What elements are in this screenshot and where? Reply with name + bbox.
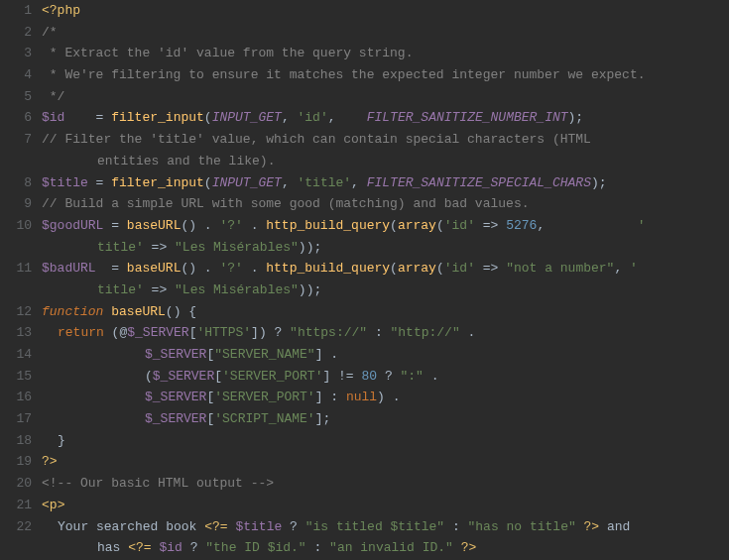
code-token: "SERVER_NAME" [214, 347, 314, 362]
line-number: 18 [0, 430, 32, 452]
code-line[interactable]: $title = filter_input(INPUT_GET, 'title'… [42, 172, 729, 194]
code-token: ":" [401, 369, 424, 384]
line-number: 10 [0, 215, 32, 237]
code-token: . [243, 261, 266, 276]
code-line[interactable]: // Filter the 'title' value, which can c… [42, 129, 729, 151]
code-token: $title [42, 175, 88, 190]
line-number: 7 [0, 129, 32, 151]
line-number: 1 [0, 0, 32, 22]
code-line[interactable]: $_SERVER["SERVER_NAME"] . [42, 344, 729, 366]
line-number: 2 [0, 22, 32, 44]
line-number [0, 537, 32, 559]
code-line[interactable]: $goodURL = baseURL() . '?' . http_build_… [42, 215, 729, 237]
code-token: 'SERVER_PORT' [222, 369, 322, 384]
code-line[interactable]: ?> [42, 451, 729, 473]
code-editor[interactable]: 1234567891011121314151617181920212223242… [0, 0, 729, 560]
code-token: ? [182, 540, 205, 555]
code-line[interactable]: title' => "Les Misérables")); [42, 280, 729, 301]
code-token: : [367, 325, 390, 340]
code-token: ( [390, 218, 398, 233]
code-token: "Les Misérables" [175, 240, 299, 255]
code-token: <?php [42, 3, 80, 18]
line-number: 4 [0, 64, 32, 86]
code-token: 'id' [444, 261, 475, 276]
line-number: 13 [0, 322, 32, 344]
code-token: http_build_query [266, 218, 390, 233]
line-number: 14 [0, 344, 32, 366]
code-token: 'id' [297, 110, 327, 125]
code-line[interactable]: */ [42, 86, 729, 108]
code-line[interactable]: Your searched book <?= $title ? "is titl… [42, 516, 729, 538]
code-token: ?> [584, 519, 600, 534]
code-token: ' [638, 218, 646, 233]
line-number-gutter: 1234567891011121314151617181920212223242… [0, 0, 42, 560]
code-token: ]) ? [251, 325, 290, 340]
code-token: INPUT_GET [212, 110, 282, 125]
code-token: http_build_query [266, 261, 390, 276]
code-area[interactable]: <?php/* * Extract the 'id' value from th… [42, 0, 729, 560]
code-token: p [50, 498, 58, 512]
code-token: , [614, 261, 630, 276]
code-token: )); [299, 240, 321, 255]
code-line[interactable]: return (@$_SERVER['HTTPS']) ? "https://"… [42, 322, 729, 344]
line-number [0, 151, 32, 172]
code-token: ] : [315, 390, 346, 404]
code-token: $badURL [42, 261, 96, 276]
code-line[interactable]: $_SERVER['SERVER_PORT'] : null) . [42, 387, 729, 408]
code-token: $goodURL [42, 218, 103, 233]
line-number: 19 [0, 451, 32, 473]
code-token: ( [204, 175, 212, 190]
code-token: /* [42, 25, 58, 40]
code-token: : [444, 519, 467, 534]
code-token: ( [145, 369, 153, 384]
code-token: 'SERVER_PORT' [214, 390, 314, 404]
code-line[interactable]: <!-- Our basic HTML output --> [42, 473, 729, 495]
code-token: <?= [128, 540, 151, 555]
code-line[interactable]: <?php [42, 0, 729, 22]
line-number: 15 [0, 366, 32, 388]
code-token: "the ID $id." [205, 540, 305, 555]
code-line[interactable]: * We're filtering to ensure it matches t… [42, 64, 729, 86]
code-token: title' [97, 282, 144, 297]
code-line[interactable]: * Extract the 'id' value from the query … [42, 43, 729, 64]
code-line[interactable]: ($_SERVER['SERVER_PORT'] != 80 ? ":" . [42, 366, 729, 388]
code-line[interactable]: entities and the like). [42, 151, 729, 172]
code-token: < [42, 498, 50, 512]
code-line[interactable]: function baseURL() { [42, 301, 729, 323]
code-token: baseURL [127, 261, 182, 276]
code-line[interactable]: <p> [42, 495, 729, 516]
code-token: => [475, 218, 506, 233]
code-token [453, 540, 461, 555]
code-token: $id [159, 540, 182, 555]
code-line[interactable]: $badURL = baseURL() . '?' . http_build_q… [42, 258, 729, 280]
code-token: ? [377, 369, 400, 384]
code-token: $_SERVER [153, 369, 214, 384]
code-token: '?' [219, 261, 242, 276]
code-line[interactable]: /* [42, 22, 729, 44]
code-token: ?> [42, 454, 58, 469]
code-line[interactable]: has <?= $id ? "the ID $id." : "an invali… [42, 537, 729, 559]
code-token: ); [568, 110, 584, 125]
code-token: title' [97, 240, 144, 255]
code-token: , [351, 175, 367, 190]
code-token: return [58, 325, 104, 340]
code-line[interactable]: $_SERVER['SCRIPT_NAME']; [42, 408, 729, 430]
code-token: ( [436, 261, 444, 276]
code-token: FILTER_SANITIZE_NUMBER_INT [367, 110, 568, 125]
code-line[interactable]: } [42, 430, 729, 452]
code-line[interactable]: title' => "Les Misérables")); [42, 237, 729, 259]
code-token: [ [214, 369, 222, 384]
code-token: 'id' [444, 218, 475, 233]
code-token: FILTER_SANITIZE_SPECIAL_CHARS [367, 175, 591, 190]
code-token: ? [282, 519, 304, 534]
code-token: ); [591, 175, 607, 190]
code-token: ] != [322, 369, 361, 384]
line-number: 12 [0, 301, 32, 323]
code-token: baseURL [127, 218, 182, 233]
code-token: "Les Misérables" [175, 282, 299, 297]
code-line[interactable]: // Build a simple URL with some good (ma… [42, 193, 729, 215]
code-token: ]; [315, 411, 331, 426]
code-token: null [346, 390, 377, 404]
code-token: has [97, 540, 128, 555]
code-line[interactable]: $id = filter_input(INPUT_GET, 'id', FILT… [42, 107, 729, 129]
